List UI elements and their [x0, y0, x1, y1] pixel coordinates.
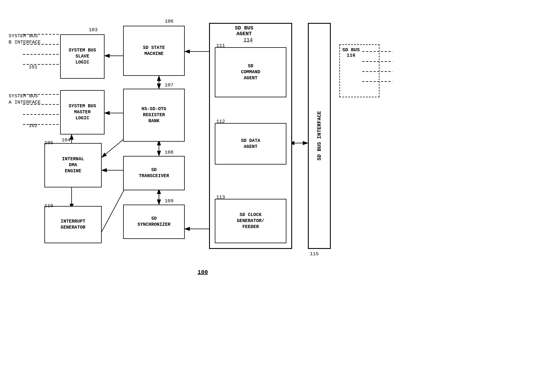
sd-transceiver-block: SDTRANSCEIVER — [123, 156, 185, 190]
hs-sd-otg-block: HS-SD-OTGREGISTERBANK — [123, 89, 185, 142]
internal-dma-block: INTERNALDMAENGINE — [44, 143, 102, 187]
ref-111: 111 — [216, 43, 225, 48]
system-bus-master-block: SYSTEM BUSMASTERLOGIC — [60, 90, 105, 134]
sd-synchronizer-block: SDSYNCHRONIZER — [123, 205, 185, 239]
sd-bus-116-label: SD BUS116 — [342, 47, 360, 58]
ref-107: 107 — [165, 82, 174, 88]
ref-101: 101 — [29, 64, 38, 70]
sd-data-agent-block: SD DATAAGENT — [215, 123, 286, 165]
ref-113: 113 — [216, 195, 225, 200]
diagram-ref: 100 — [198, 269, 208, 276]
system-bus-b-label: SYSTEM BUSB INTERFACE — [9, 33, 41, 45]
diagram: SYSTEM BUSB INTERFACE 101 SYSTEM BUSA IN… — [0, 0, 543, 392]
ref-102: 102 — [29, 123, 38, 128]
ref-103: 103 — [89, 27, 98, 33]
ref-112: 112 — [216, 119, 225, 124]
ref-109: 109 — [165, 198, 174, 204]
ref-104: 104 — [62, 137, 70, 143]
sd-clock-gen-block: SD CLOCKGENERATOR/FEEDER — [215, 199, 286, 243]
sd-bus-interface-label: SD BUS INTERFACE — [310, 26, 329, 246]
sd-bus-agent-title: SD BUSAGENT — [235, 25, 253, 37]
ref-115: 115 — [310, 251, 319, 257]
system-bus-a-label: SYSTEM BUSA INTERFACE — [9, 93, 41, 106]
ref-114: 114 — [243, 37, 253, 43]
ref-108: 108 — [165, 150, 174, 155]
ref-106: 106 — [165, 19, 174, 24]
system-bus-slave-block: SYSTEM BUSSLAVELOGIC — [60, 34, 105, 79]
ref-105: 105 — [44, 140, 53, 146]
sd-command-agent-block: SDCOMMANDAGENT — [215, 47, 286, 97]
ref-110: 110 — [44, 203, 53, 209]
sd-state-machine-block: SD STATEMACHINE — [123, 26, 185, 76]
interrupt-gen-block: INTERRUPTGENERATOR — [44, 206, 102, 243]
